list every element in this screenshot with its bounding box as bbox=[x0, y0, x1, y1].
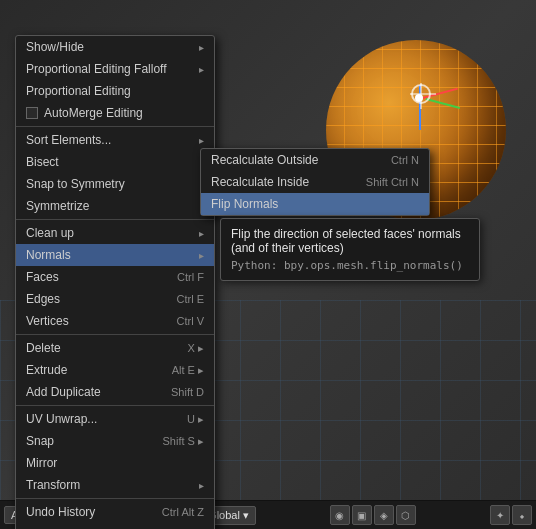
menu-item-sort-elements[interactable]: Sort Elements... ▸ bbox=[16, 129, 214, 151]
tooltip-python-code: bpy.ops.mesh.flip_normals() bbox=[284, 259, 463, 272]
menu-item-symmetrize[interactable]: Symmetrize bbox=[16, 195, 214, 217]
separator bbox=[16, 219, 214, 220]
xray-icon[interactable]: ⬥ bbox=[512, 505, 532, 525]
menu-item-snap[interactable]: Snap Shift S ▸ bbox=[16, 430, 214, 452]
menu-item-edges[interactable]: Edges Ctrl E bbox=[16, 288, 214, 310]
extrude-shortcut: Alt E ▸ bbox=[152, 364, 204, 377]
menu-item-redo[interactable]: Redo Shift Ctrl Z bbox=[16, 523, 214, 529]
transform-gizmo bbox=[391, 70, 451, 130]
arrow-icon: ▸ bbox=[199, 228, 204, 239]
delete-shortcut: X ▸ bbox=[168, 342, 204, 355]
menu-item-vertices[interactable]: Vertices Ctrl V bbox=[16, 310, 214, 332]
uv-shortcut: U ▸ bbox=[167, 413, 204, 426]
gizmo-crosshair bbox=[411, 84, 431, 104]
submenu-recalculate-inside[interactable]: Recalculate Inside Shift Ctrl N bbox=[201, 171, 429, 193]
menu-item-clean-up[interactable]: Clean up ▸ bbox=[16, 222, 214, 244]
menu-item-faces[interactable]: Faces Ctrl F bbox=[16, 266, 214, 288]
menu-item-proportional-falloff[interactable]: Proportional Editing Falloff ▸ bbox=[16, 58, 214, 80]
separator bbox=[16, 498, 214, 499]
viewport-shading-2[interactable]: ▣ bbox=[352, 505, 372, 525]
menu-item-add-duplicate[interactable]: Add Duplicate Shift D bbox=[16, 381, 214, 403]
overlay-icon[interactable]: ✦ bbox=[490, 505, 510, 525]
menu-item-undo-history[interactable]: Undo History Ctrl Alt Z bbox=[16, 501, 214, 523]
tooltip-title: Flip the direction of selected faces' no… bbox=[231, 227, 469, 255]
menu-item-bisect[interactable]: Bisect bbox=[16, 151, 214, 173]
global-chevron-icon: ▾ bbox=[243, 509, 249, 521]
menu-item-show-hide[interactable]: Show/Hide ▸ bbox=[16, 36, 214, 58]
arrow-icon: ▸ bbox=[199, 250, 204, 261]
arrow-icon: ▸ bbox=[199, 135, 204, 146]
arrow-icon: ▸ bbox=[199, 64, 204, 75]
menu-item-normals[interactable]: Normals ▸ bbox=[16, 244, 214, 266]
normals-submenu: Recalculate Outside Ctrl N Recalculate I… bbox=[200, 148, 430, 216]
menu-item-transform[interactable]: Transform ▸ bbox=[16, 474, 214, 496]
menu-item-delete[interactable]: Delete X ▸ bbox=[16, 337, 214, 359]
menu-item-automerge[interactable]: AutoMerge Editing bbox=[16, 102, 214, 124]
menu-item-extrude[interactable]: Extrude Alt E ▸ bbox=[16, 359, 214, 381]
submenu-recalculate-outside[interactable]: Recalculate Outside Ctrl N bbox=[201, 149, 429, 171]
tooltip-python: Python: bpy.ops.mesh.flip_normals() bbox=[231, 259, 469, 272]
viewport-shading-4[interactable]: ⬡ bbox=[396, 505, 416, 525]
arrow-icon: ▸ bbox=[199, 42, 204, 53]
snap-shortcut: Shift S ▸ bbox=[143, 435, 204, 448]
arrow-icon: ▸ bbox=[199, 480, 204, 491]
menu-item-uv-unwrap[interactable]: UV Unwrap... U ▸ bbox=[16, 408, 214, 430]
menu-item-snap-symmetry[interactable]: Snap to Symmetry bbox=[16, 173, 214, 195]
separator bbox=[16, 334, 214, 335]
tooltip-box: Flip the direction of selected faces' no… bbox=[220, 218, 480, 281]
viewport-shading-1[interactable]: ◉ bbox=[330, 505, 350, 525]
submenu-flip-normals[interactable]: Flip Normals bbox=[201, 193, 429, 215]
separator bbox=[16, 126, 214, 127]
automerge-checkbox[interactable] bbox=[26, 107, 38, 119]
menu-item-mirror[interactable]: Mirror bbox=[16, 452, 214, 474]
viewport-shading-3[interactable]: ◈ bbox=[374, 505, 394, 525]
context-menu: Show/Hide ▸ Proportional Editing Falloff… bbox=[15, 35, 215, 529]
tooltip-python-label: Python: bbox=[231, 259, 277, 272]
separator bbox=[16, 405, 214, 406]
menu-item-proportional-editing[interactable]: Proportional Editing bbox=[16, 80, 214, 102]
